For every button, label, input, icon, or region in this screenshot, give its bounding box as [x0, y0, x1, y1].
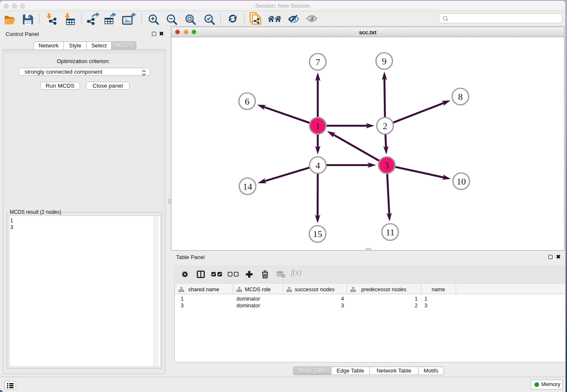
svg-text:2: 2	[383, 121, 388, 131]
svg-text:3: 3	[385, 160, 389, 171]
svg-text:8: 8	[458, 91, 463, 102]
svg-text:9: 9	[382, 56, 387, 66]
svg-text:11: 11	[385, 227, 394, 237]
svg-text:6: 6	[245, 96, 250, 107]
svg-text:15: 15	[313, 229, 322, 239]
svg-text:14: 14	[243, 181, 252, 192]
svg-text:1: 1	[316, 121, 320, 131]
svg-text:4: 4	[316, 160, 320, 171]
svg-text:10: 10	[457, 176, 466, 187]
svg-text:7: 7	[316, 57, 320, 67]
